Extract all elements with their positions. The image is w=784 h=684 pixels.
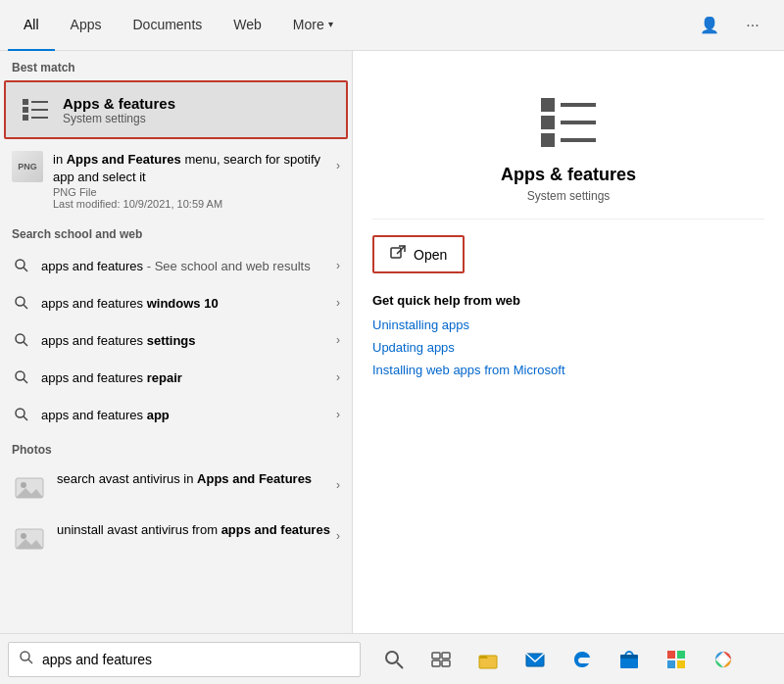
- png-file-icon: PNG: [12, 151, 43, 182]
- search-icon: [19, 650, 34, 668]
- main-container: Best match Apps & features System settin…: [0, 51, 784, 633]
- photos-item-title-1: uninstall avast antivirus from apps and …: [57, 521, 336, 539]
- quick-help-link-0[interactable]: Uninstalling apps: [372, 318, 764, 332]
- svg-rect-43: [677, 651, 685, 659]
- web-item-arrow-0: ›: [336, 259, 340, 272]
- tab-apps[interactable]: Apps: [55, 0, 118, 51]
- photos-item-content-0: search avast antivirus in Apps and Featu…: [57, 470, 336, 488]
- tab-web[interactable]: Web: [218, 0, 277, 51]
- svg-rect-37: [442, 660, 450, 666]
- taskbar-edge-btn[interactable]: [561, 638, 604, 681]
- svg-rect-4: [31, 109, 48, 111]
- svg-rect-1: [23, 107, 28, 113]
- svg-line-11: [24, 342, 27, 346]
- quick-help-link-2[interactable]: Installing web apps from Microsoft: [372, 363, 764, 377]
- svg-point-17: [21, 482, 26, 488]
- photos-item-0[interactable]: search avast antivirus in Apps and Featu…: [0, 463, 352, 513]
- file-item-modified: Last modified: 10/9/2021, 10:59 AM: [53, 198, 336, 210]
- left-panel: Best match Apps & features System settin…: [0, 51, 353, 633]
- more-icon: ···: [746, 17, 759, 34]
- right-panel: Apps & features System settings Open Get…: [353, 51, 784, 633]
- tab-more[interactable]: More ▾: [277, 0, 349, 51]
- svg-line-33: [397, 662, 403, 668]
- taskbar-explorer-btn[interactable]: [466, 638, 510, 681]
- web-item-text-0: apps and features - See school and web r…: [41, 259, 336, 273]
- taskbar-task-view-btn[interactable]: [419, 638, 463, 681]
- svg-point-20: [21, 533, 26, 539]
- best-match-title: Apps & features: [63, 95, 175, 112]
- web-item-text-4: apps and features app: [41, 408, 336, 422]
- svg-line-15: [24, 416, 27, 420]
- file-item-title: in Apps and Features menu, search for sp…: [53, 151, 336, 186]
- svg-point-47: [719, 656, 727, 663]
- header-icons: 👤 ···: [694, 10, 776, 41]
- web-item-3[interactable]: apps and features repair ›: [0, 359, 352, 396]
- search-input-wrapper[interactable]: [8, 642, 361, 677]
- svg-rect-2: [23, 115, 28, 121]
- right-app-sub: System settings: [372, 189, 764, 203]
- web-item-1[interactable]: apps and features windows 10 ›: [0, 284, 352, 321]
- best-match-text: Apps & features System settings: [63, 95, 175, 125]
- svg-point-8: [16, 297, 24, 306]
- svg-rect-25: [561, 103, 596, 107]
- taskbar-icons: [361, 638, 745, 681]
- svg-rect-34: [432, 653, 440, 659]
- svg-point-12: [16, 371, 24, 380]
- photos-icon-0: [12, 470, 47, 506]
- taskbar-color-btn[interactable]: [702, 638, 745, 681]
- web-item-2[interactable]: apps and features settings ›: [0, 321, 352, 359]
- svg-rect-26: [561, 121, 596, 124]
- svg-point-6: [16, 260, 24, 269]
- tab-documents[interactable]: Documents: [117, 0, 218, 51]
- taskbar-mail-btn[interactable]: [514, 638, 557, 681]
- web-item-4[interactable]: apps and features app ›: [0, 396, 352, 433]
- svg-rect-28: [391, 248, 401, 258]
- svg-rect-22: [541, 98, 555, 112]
- web-item-arrow-3: ›: [336, 370, 340, 384]
- svg-rect-36: [432, 660, 440, 666]
- person-icon-btn[interactable]: 👤: [694, 10, 725, 41]
- photos-icon-1: [12, 521, 47, 557]
- file-item-content: in Apps and Features menu, search for sp…: [53, 151, 336, 210]
- web-item-0[interactable]: apps and features - See school and web r…: [0, 247, 352, 284]
- right-divider: [372, 219, 764, 220]
- taskbar-search-btn[interactable]: [372, 638, 416, 681]
- svg-rect-41: [620, 655, 638, 659]
- open-button[interactable]: Open: [372, 235, 465, 273]
- photos-item-1[interactable]: uninstall avast antivirus from apps and …: [0, 513, 352, 564]
- taskbar-tiles-btn[interactable]: [655, 638, 698, 681]
- svg-line-9: [24, 305, 27, 309]
- web-item-arrow-1: ›: [336, 296, 340, 310]
- svg-rect-44: [667, 660, 675, 668]
- photos-item-content-1: uninstall avast antivirus from apps and …: [57, 521, 336, 539]
- best-match-item[interactable]: Apps & features System settings: [4, 80, 348, 139]
- quick-help-title: Get quick help from web: [372, 293, 764, 308]
- tab-all[interactable]: All: [8, 0, 55, 51]
- file-item[interactable]: PNG in Apps and Features menu, search fo…: [0, 143, 352, 218]
- svg-rect-35: [442, 653, 450, 659]
- svg-rect-27: [561, 138, 596, 142]
- svg-line-7: [24, 268, 27, 271]
- svg-rect-0: [23, 99, 28, 105]
- search-input[interactable]: [42, 652, 350, 667]
- open-label: Open: [414, 247, 447, 263]
- best-match-label: Best match: [0, 51, 352, 80]
- search-school-label: Search school and web: [0, 218, 352, 247]
- right-app-title: Apps & features: [372, 165, 764, 185]
- web-item-arrow-4: ›: [336, 408, 340, 421]
- svg-point-32: [386, 652, 398, 663]
- svg-point-14: [16, 409, 24, 417]
- quick-help-link-1[interactable]: Updating apps: [372, 340, 764, 355]
- more-options-btn[interactable]: ···: [737, 10, 768, 41]
- search-icon-2: [12, 330, 31, 350]
- web-item-text-3: apps and features repair: [41, 370, 336, 385]
- search-icon-1: [12, 293, 31, 313]
- search-icon-3: [12, 367, 31, 387]
- chevron-down-icon: ▾: [328, 19, 333, 29]
- apps-features-icon: [18, 92, 53, 127]
- search-bar: [0, 633, 784, 684]
- taskbar-store-btn[interactable]: [608, 638, 651, 681]
- file-item-arrow: ›: [336, 151, 340, 172]
- search-icon-4: [12, 405, 31, 424]
- tab-bar: All Apps Documents Web More ▾ 👤 ···: [0, 0, 784, 51]
